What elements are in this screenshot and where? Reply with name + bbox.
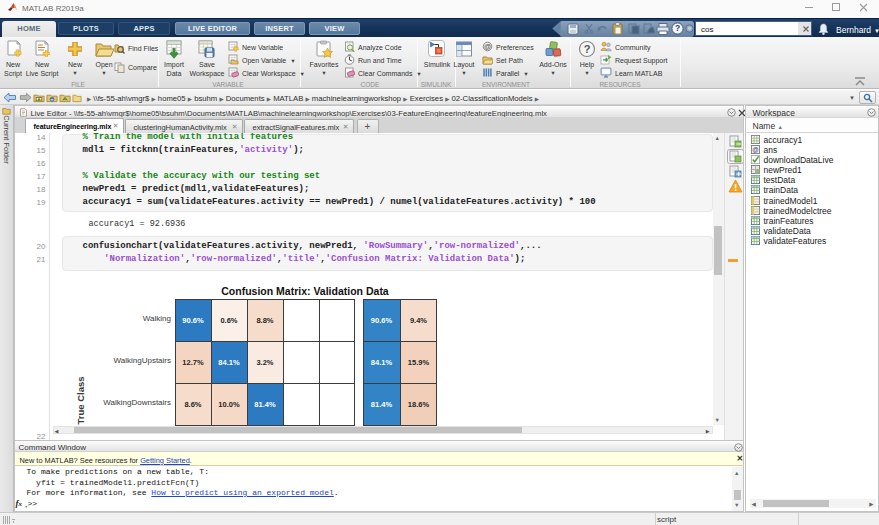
svg-text:84.1%: 84.1% xyxy=(218,358,240,367)
svg-text:@: @ xyxy=(484,43,491,50)
svg-text:?: ? xyxy=(675,23,680,33)
svg-text:3.2%: 3.2% xyxy=(256,358,273,367)
svg-text:0.6%: 0.6% xyxy=(220,316,237,325)
svg-text:81.4%: 81.4% xyxy=(254,400,276,409)
svg-text:8.8%: 8.8% xyxy=(256,316,273,325)
svg-text:?: ? xyxy=(584,43,591,55)
svg-text:8.6%: 8.6% xyxy=(184,400,201,409)
svg-text:9.4%: 9.4% xyxy=(410,316,427,325)
svg-text:@: @ xyxy=(752,145,758,152)
svg-text:84.1%: 84.1% xyxy=(371,358,393,367)
svg-text:90.6%: 90.6% xyxy=(371,316,393,325)
svg-text:90.6%: 90.6% xyxy=(182,316,204,325)
svg-text:81.4%: 81.4% xyxy=(371,400,393,409)
svg-text:12.7%: 12.7% xyxy=(182,358,204,367)
svg-text:15.9%: 15.9% xyxy=(408,358,430,367)
svg-text:18.6%: 18.6% xyxy=(408,400,430,409)
svg-text:10.0%: 10.0% xyxy=(218,400,240,409)
